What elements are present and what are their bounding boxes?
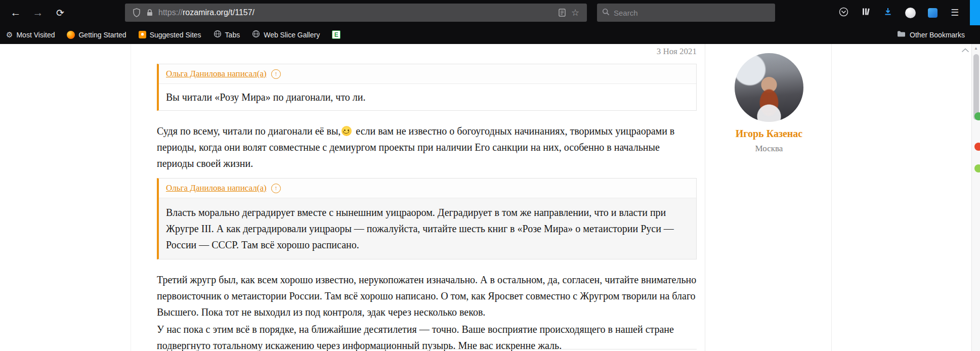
author-name-link[interactable]: Игорь Казенас (706, 128, 832, 140)
search-input[interactable] (614, 9, 770, 17)
search-icon (602, 8, 610, 18)
firefox-icon (67, 31, 75, 39)
quote-header: Ольга Данилова написал(а) ↑ (159, 179, 696, 198)
url-bar[interactable]: https://rozamira.org/t/1157/ ☆ (125, 4, 587, 22)
post-date: 3 Ноя 2021 (157, 47, 697, 58)
other-bookmarks-button[interactable]: Other Bookmarks (897, 25, 965, 44)
folder-icon (897, 30, 906, 39)
bookmark-tabs[interactable]: Tabs (214, 30, 240, 39)
quote-attribution-link[interactable]: Ольга Данилова написал(а) (166, 69, 267, 79)
save-to-pocket-button[interactable] (832, 4, 855, 22)
bookmark-most-visited[interactable]: ⚙ Most Visited (6, 31, 55, 39)
window-edge-highlight (970, 0, 980, 25)
suggested-sites-icon (139, 31, 146, 38)
post-paragraph-3: У нас пока с этим всё в порядке, на ближ… (157, 321, 697, 351)
globe-icon (214, 30, 222, 39)
edge-marker-green-icon (974, 112, 980, 120)
browser-toolbar: ← → ⟳ https://rozamira.org/t/1157/ ☆ (0, 0, 980, 25)
bookmark-label: Web Slice Gallery (264, 31, 320, 39)
post-paragraph-1: Судя по всему, читали по диагонали её вы… (157, 123, 697, 171)
quote-body: Власть морально деградирует вместе с нын… (159, 198, 696, 259)
post-paragraph-2: Третий жругр был, как всем хорошо извест… (157, 272, 697, 320)
account-button[interactable] (899, 4, 921, 22)
jump-to-quote-icon[interactable]: ↑ (271, 184, 281, 193)
extension-icon (928, 8, 938, 18)
library-icon (861, 7, 870, 18)
forum-post: 3 Ноя 2021 Ольга Данилова написал(а) ↑ В… (131, 44, 832, 351)
page-content: 3 Ноя 2021 Ольга Данилова написал(а) ↑ В… (0, 44, 971, 351)
reload-button[interactable]: ⟳ (51, 4, 70, 22)
tracking-shield-icon[interactable] (130, 6, 143, 19)
post-author-cell: Игорь Казенас Москва (706, 44, 832, 351)
quote-body: Вы читали «Розу Мира» по диагонали, что … (159, 84, 696, 110)
bookmark-label: Suggested Sites (150, 31, 201, 39)
bookmarks-toolbar: ⚙ Most Visited Getting Started Suggested… (0, 25, 980, 44)
bookmark-label: Tabs (225, 31, 240, 39)
lock-icon[interactable] (143, 6, 156, 19)
menu-button[interactable]: ☰ (944, 4, 966, 22)
scrollbar-up-button[interactable]: ▲ (972, 44, 980, 52)
bookmark-label: Getting Started (78, 31, 126, 39)
quote-block-1: Ольга Данилова написал(а) ↑ Вы читали «Р… (157, 64, 697, 111)
download-icon (883, 7, 892, 18)
bookmark-suggested-sites[interactable]: Suggested Sites (139, 31, 201, 39)
user-avatar[interactable] (735, 53, 803, 122)
bookmark-label: Most Visited (16, 31, 55, 39)
url-address: rozamira.org/t/1157/ (183, 8, 254, 17)
account-avatar-icon (905, 8, 916, 18)
slight-smile-emoji-icon (342, 126, 352, 136)
paragraph-text: Судя по всему, читали по диагонали её вы… (157, 125, 340, 137)
author-location: Москва (706, 144, 832, 154)
other-bookmarks-label: Other Bookmarks (910, 31, 965, 39)
downloads-button[interactable] (877, 4, 899, 22)
library-button[interactable] (855, 4, 877, 22)
bookmark-ie-gallery[interactable]: E (332, 30, 340, 39)
extension-button[interactable] (921, 4, 944, 22)
ie-favicon-icon: E (332, 30, 340, 39)
gear-icon: ⚙ (6, 31, 13, 38)
url-text[interactable]: https://rozamira.org/t/1157/ (158, 8, 556, 17)
quote-header: Ольга Данилова написал(а) ↑ (159, 64, 696, 84)
bookmark-getting-started[interactable]: Getting Started (67, 31, 126, 39)
bookmark-star-icon[interactable]: ☆ (569, 6, 582, 19)
post-bottom-divider (157, 349, 697, 349)
back-button[interactable]: ← (6, 4, 25, 22)
forward-button[interactable]: → (28, 4, 48, 22)
quote-block-2: Ольга Данилова написал(а) ↑ Власть морал… (157, 178, 697, 259)
jump-to-quote-icon[interactable]: ↑ (271, 69, 281, 79)
bookmark-web-slice-gallery[interactable]: Web Slice Gallery (252, 30, 320, 39)
edge-marker-red-icon (974, 143, 980, 151)
globe-icon (252, 30, 260, 39)
post-message-cell: 3 Ноя 2021 Ольга Данилова написал(а) ↑ В… (131, 44, 705, 351)
pocket-icon (839, 7, 848, 19)
chevron-up-icon (961, 46, 969, 55)
hamburger-menu-icon: ☰ (951, 7, 959, 18)
scrollbar[interactable]: ▲ (971, 44, 980, 351)
scrollbar-thumb[interactable] (973, 54, 979, 120)
quote-attribution-link[interactable]: Ольга Данилова написал(а) (166, 183, 267, 193)
toolbar-right-buttons: ☰ (832, 4, 966, 22)
edge-marker-lightgreen-icon (974, 164, 980, 172)
url-scheme: https:// (158, 8, 183, 17)
reader-mode-icon[interactable] (556, 6, 569, 19)
search-bar[interactable] (597, 4, 775, 22)
scroll-to-top-button[interactable] (960, 46, 970, 55)
